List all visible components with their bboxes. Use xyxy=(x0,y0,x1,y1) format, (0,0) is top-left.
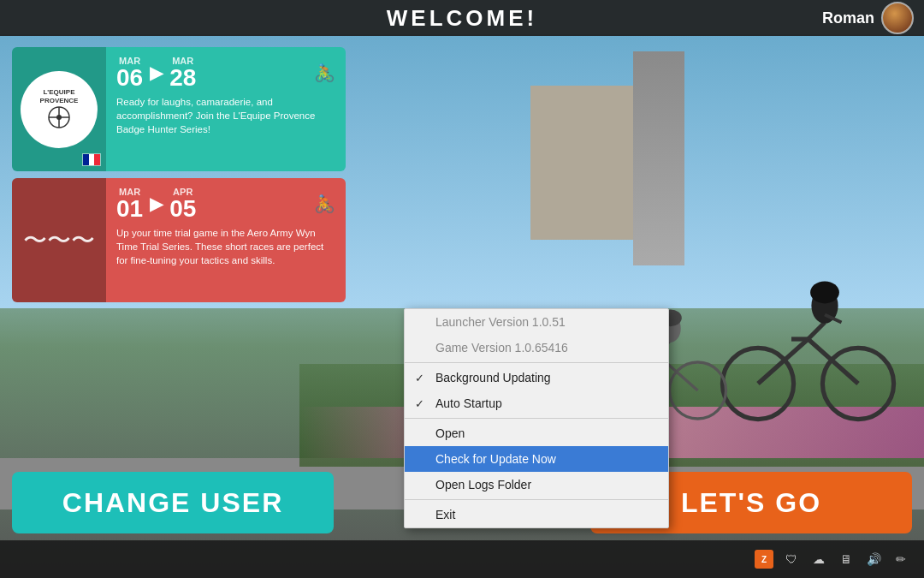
open-label: Open xyxy=(435,426,465,440)
context-menu-item-background-updating[interactable]: ✓ Background Updating xyxy=(405,365,668,390)
change-user-button[interactable]: CHANGE USER xyxy=(12,472,334,533)
event-logo-icon-1 xyxy=(46,104,72,130)
open-logs-label: Open Logs Folder xyxy=(435,478,531,492)
event-thumb-1: L'EQUIPEPROVENCE xyxy=(12,47,106,171)
event-start-date-2: MAR 01 xyxy=(116,187,143,221)
event-content-2: MAR 01 ▶ APR 05 🚴 Up your time trial gam… xyxy=(106,178,346,302)
svg-point-7 xyxy=(810,281,839,303)
event-arrow-1: ▶ xyxy=(150,63,163,83)
context-menu-item-open[interactable]: Open xyxy=(405,420,668,446)
event-logo-1: L'EQUIPEPROVENCE xyxy=(21,71,98,148)
context-menu-item-exit[interactable]: Exit xyxy=(405,502,668,527)
context-menu-item-auto-startup[interactable]: ✓ Auto Startup xyxy=(405,390,668,416)
header-bar: WELCOME! Roman xyxy=(0,0,924,36)
context-menu-item-game-version: Game Version 1.0.65416 xyxy=(405,335,668,361)
background-updating-label: Background Updating xyxy=(435,371,551,384)
exit-label: Exit xyxy=(435,508,455,521)
svg-point-26 xyxy=(56,115,62,120)
event-description-1: Ready for laughs, camaraderie, and accom… xyxy=(116,95,335,136)
game-version-label: Game Version 1.0.65416 xyxy=(435,341,568,355)
checkmark-auto-startup: ✓ xyxy=(415,397,424,410)
event-description-2: Up your time trial game in the Aero Army… xyxy=(116,226,335,267)
tray-icon-zwift[interactable]: Z xyxy=(755,550,773,569)
svg-line-2 xyxy=(758,339,808,384)
context-menu-item-check-update[interactable]: Check for Update Now xyxy=(405,446,668,472)
avatar-image xyxy=(883,3,912,33)
svg-line-3 xyxy=(808,339,859,384)
avatar xyxy=(881,2,914,34)
check-update-label: Check for Update Now xyxy=(435,452,556,466)
event-card-2[interactable]: 〜〜〜 MAR 01 ▶ APR 05 🚴 Up your time trial… xyxy=(12,178,346,302)
flag-blue xyxy=(83,154,89,165)
event-thumb-2: 〜〜〜 xyxy=(12,178,106,302)
menu-separator-2 xyxy=(405,418,668,419)
event-arrow-2: ▶ xyxy=(150,194,163,214)
bike-icon-2: 🚴 xyxy=(314,194,335,214)
events-panel: L'EQUIPEPROVENCE MAR 06 xyxy=(12,47,346,302)
event-end-date-1: MAR 28 xyxy=(169,56,196,90)
event-dates-2: MAR 01 ▶ APR 05 🚴 xyxy=(116,187,335,221)
tray-icon-monitor[interactable]: 🖥 xyxy=(837,550,856,569)
launcher-version-label: Launcher Version 1.0.51 xyxy=(435,315,566,329)
event-content-1: MAR 06 ▶ MAR 28 🚴 Ready for laughs, cama… xyxy=(106,47,346,171)
france-flag-1 xyxy=(82,153,101,166)
checkmark-background-updating: ✓ xyxy=(415,372,424,384)
tray-icon-shield[interactable]: 🛡 xyxy=(782,550,801,569)
username-label: Roman xyxy=(822,9,874,27)
context-menu-item-open-logs[interactable]: Open Logs Folder xyxy=(405,472,668,498)
event-card-1[interactable]: L'EQUIPEPROVENCE MAR 06 xyxy=(12,47,346,171)
event-dates-1: MAR 06 ▶ MAR 28 🚴 xyxy=(116,56,335,90)
flag-red xyxy=(94,154,100,165)
context-menu-item-launcher-version: Launcher Version 1.0.51 xyxy=(405,309,668,335)
flag-white xyxy=(89,154,95,165)
event-start-date-1: MAR 06 xyxy=(116,56,143,90)
tray-icon-cloud[interactable]: ☁ xyxy=(809,550,828,569)
event-end-date-2: APR 05 xyxy=(169,187,196,221)
auto-startup-label: Auto Startup xyxy=(435,396,502,410)
tray-icon-pen[interactable]: ✏ xyxy=(891,550,910,569)
event-wave-icon: 〜〜〜 xyxy=(23,224,95,257)
welcome-title: WELCOME! xyxy=(387,5,537,32)
header-user: Roman xyxy=(822,0,914,36)
tray-icon-speaker[interactable]: 🔊 xyxy=(864,550,883,569)
taskbar: Z 🛡 ☁ 🖥 🔊 ✏ xyxy=(0,540,924,578)
menu-separator-3 xyxy=(405,499,668,500)
context-menu: Launcher Version 1.0.51 Game Version 1.0… xyxy=(404,308,669,528)
svg-line-4 xyxy=(808,323,826,340)
menu-separator-1 xyxy=(405,362,668,363)
bike-icon-1: 🚴 xyxy=(314,63,335,83)
